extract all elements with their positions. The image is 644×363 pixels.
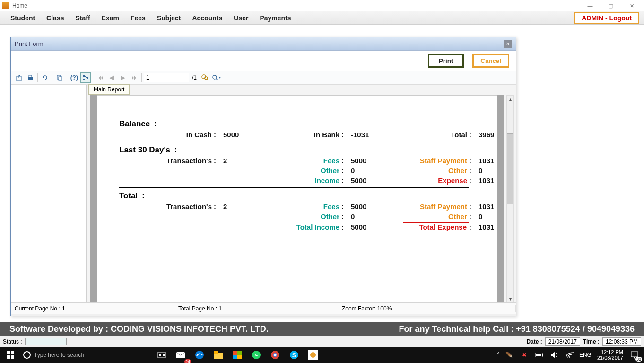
status-current-page: Current Page No.: 1 (11, 305, 174, 312)
school-app-icon[interactable] (304, 347, 322, 363)
svg-rect-12 (7, 351, 10, 354)
help-icon[interactable]: (?) (69, 72, 79, 83)
nav-next-icon[interactable]: ▶ (118, 72, 128, 83)
tray-app-icon[interactable]: 🪶 (504, 349, 515, 361)
volume-icon[interactable] (549, 349, 560, 361)
scroll-up-icon[interactable]: ▴ (507, 96, 513, 102)
zoom-icon[interactable]: ▾ (211, 72, 221, 83)
refresh-icon[interactable] (40, 72, 50, 83)
group-tree-panel[interactable] (11, 85, 87, 302)
status-zoom: Zoom Factor: 100% (338, 305, 516, 312)
svg-rect-4 (59, 77, 62, 80)
maximize-button[interactable]: ▢ (600, 0, 621, 11)
toolbar-separator (52, 73, 52, 82)
scroll-down-icon[interactable]: ▾ (507, 295, 513, 302)
svg-rect-28 (237, 355, 242, 359)
svg-rect-13 (11, 351, 14, 354)
menu-user[interactable]: User (228, 12, 254, 24)
whatsapp-icon[interactable] (247, 347, 266, 363)
skype-icon[interactable]: S (285, 347, 304, 363)
report-paper: Balance : In Cash: 5000 In Bank: -1031 T… (90, 95, 504, 302)
in-cash-label: In Cash (119, 131, 214, 139)
menu-student[interactable]: Student (5, 12, 41, 24)
taskbar-clock[interactable]: 12:12 PM 21/08/2017 (595, 349, 625, 361)
total-trans-label: Transaction's (119, 203, 214, 211)
svg-point-36 (310, 352, 316, 358)
notifications-icon[interactable]: 32 (629, 349, 640, 361)
menu-subject[interactable]: Subject (151, 12, 187, 24)
task-view-icon[interactable] (152, 347, 171, 363)
staff-payment-label: Staff Payment (403, 157, 469, 165)
explorer-icon[interactable] (209, 347, 228, 363)
store-icon[interactable] (228, 347, 247, 363)
network-icon[interactable] (564, 349, 575, 361)
menu-exam[interactable]: Exam (96, 12, 125, 24)
scroll-thumb[interactable] (507, 133, 513, 204)
language-indicator[interactable]: ENG (579, 352, 592, 358)
system-tray: ˄ 🪶 ✖ ENG 12:12 PM 21/08/2017 32 (497, 349, 643, 361)
window-title: Home (12, 2, 27, 9)
menu-payments[interactable]: Payments (254, 12, 296, 24)
clock-date: 21/08/2017 (597, 355, 623, 361)
window-statusbar: Status : Date : 21/08/2017 Time : 12:08:… (0, 336, 644, 347)
vertical-scrollbar[interactable]: ▴ ▾ (506, 95, 514, 302)
svg-rect-23 (214, 351, 218, 354)
status-total-page: Total Page No.: 1 (174, 305, 338, 312)
nav-first-icon[interactable]: ⏮ (95, 72, 105, 83)
cortana-icon[interactable] (20, 351, 34, 359)
nav-prev-icon[interactable]: ◀ (106, 72, 117, 83)
menu-accounts[interactable]: Accounts (186, 12, 228, 24)
svg-rect-25 (233, 351, 237, 355)
tray-security-icon[interactable]: ✖ (519, 349, 530, 361)
report-viewport[interactable]: Balance : In Cash: 5000 In Bank: -1031 T… (87, 95, 516, 302)
income-value: 5000 (351, 177, 403, 185)
window-titlebar: Home — ▢ ✕ (0, 0, 644, 11)
trans-value: 2 (223, 157, 275, 165)
edge-icon[interactable] (190, 347, 209, 363)
print-icon[interactable] (25, 72, 35, 83)
report-body: Main Report Balance : In Cash: 5000 In B… (11, 85, 516, 302)
mail-icon[interactable]: 24 (171, 347, 190, 363)
start-button[interactable] (1, 347, 20, 363)
chrome-icon[interactable] (266, 347, 285, 363)
copy-icon[interactable] (54, 72, 65, 83)
clock-time: 12:12 PM (597, 349, 623, 355)
battery-icon[interactable] (534, 349, 545, 361)
admin-logout-button[interactable]: ADMIN - Logout (574, 12, 639, 24)
svg-rect-19 (163, 354, 165, 356)
main-report-tab[interactable]: Main Report (88, 84, 130, 95)
export-icon[interactable] (14, 72, 24, 83)
svg-line-11 (216, 79, 218, 80)
dialog-titlebar[interactable]: Print Form × (11, 37, 516, 51)
dialog-title-text: Print Form (15, 40, 44, 47)
print-button[interactable]: Print (428, 54, 464, 68)
menu-fees[interactable]: Fees (125, 12, 151, 24)
menu-staff[interactable]: Staff (70, 12, 96, 24)
toolbar-separator (141, 73, 142, 82)
fees-label: Fees (275, 157, 341, 165)
close-button[interactable]: ✕ (621, 0, 642, 11)
page-total-label: /1 (190, 74, 199, 81)
svg-rect-14 (7, 355, 10, 359)
dialog-statusbar: Current Page No.: 1 Total Page No.: 1 Zo… (11, 302, 516, 314)
cancel-button[interactable]: Cancel (472, 54, 509, 68)
taskbar-search[interactable]: Type here to search (20, 347, 152, 363)
nav-last-icon[interactable]: ⏭ (129, 72, 139, 83)
find-icon[interactable] (200, 72, 210, 83)
last30-heading: Last 30 Day's (119, 145, 170, 155)
total-income-value: 5000 (351, 223, 403, 231)
svg-rect-6 (83, 79, 85, 80)
page-number-input[interactable] (144, 73, 189, 82)
print-form-dialog: Print Form × Print Cancel (?) ⏮ ◀ ▶ ⏭ /1 (10, 37, 516, 316)
tray-chevron-icon[interactable]: ˄ (497, 352, 500, 358)
total-trans-value: 2 (223, 203, 275, 211)
menu-class[interactable]: Class (41, 12, 70, 24)
group-tree-icon[interactable] (80, 72, 91, 83)
svg-point-10 (213, 75, 217, 79)
in-cash-value: 5000 (223, 131, 275, 139)
dialog-close-button[interactable]: × (504, 40, 512, 48)
minimize-button[interactable]: — (580, 0, 600, 11)
expense-label: Expense (403, 177, 469, 185)
svg-point-21 (195, 351, 204, 359)
svg-rect-38 (542, 354, 543, 356)
